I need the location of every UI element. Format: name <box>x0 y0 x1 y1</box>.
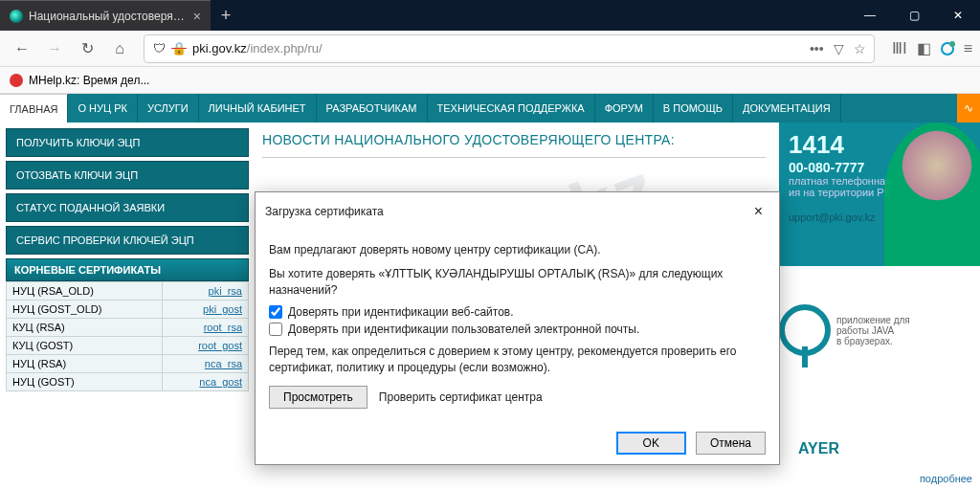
more-icon[interactable]: ••• <box>810 41 824 56</box>
table-row: НУЦ (GOST_OLD)pki_gost <box>7 301 249 319</box>
ncalayer-label: AYER <box>798 440 839 457</box>
bookmarks-bar: MHelp.kz: Время дел... <box>0 67 980 94</box>
table-row: НУЦ (RSA_OLD)pki_rsa <box>7 282 249 301</box>
support-email[interactable]: upport@pki.gov.kz <box>789 212 875 223</box>
browser-tab[interactable]: Национальный удостоверяющ × <box>0 0 211 31</box>
more-link[interactable]: подробнее <box>920 473 972 484</box>
cert-link[interactable]: root_rsa <box>204 322 242 333</box>
account-icon[interactable] <box>941 42 954 56</box>
table-row: КУЦ (RSA)root_rsa <box>7 319 249 337</box>
root-certs-header: КОРНЕВЫЕ СЕРТИФИКАТЫ <box>6 258 249 281</box>
library-icon[interactable]: ⅢⅠ <box>892 39 907 57</box>
menu-icon[interactable]: ≡ <box>964 40 972 57</box>
bookmark-item[interactable]: MHelp.kz: Время дел... <box>29 74 149 87</box>
close-tab-icon[interactable]: × <box>193 9 201 24</box>
certificate-trust-dialog: Загрузка сертификата × Вам предлагают до… <box>255 191 780 465</box>
window-controls: — ▢ ✕ <box>848 0 980 31</box>
cert-link[interactable]: pki_gost <box>203 303 242 315</box>
view-cert-button[interactable]: Просмотреть <box>269 386 368 409</box>
sidebar-status[interactable]: СТАТУС ПОДАННОЙ ЗАЯВКИ <box>6 193 249 222</box>
sidebar-revoke-keys[interactable]: ОТОЗВАТЬ КЛЮЧИ ЭЦП <box>6 161 249 189</box>
callcenter-box: 1414 00-080-7777 платная телефонная ия н… <box>779 122 980 266</box>
operator-image <box>884 122 980 266</box>
tab-title: Национальный удостоверяющ <box>29 10 186 23</box>
shield-icon: 🛡 <box>152 41 166 56</box>
trust-email-checkbox[interactable] <box>269 323 282 336</box>
nav-cabinet[interactable]: ЛИЧНЫЙ КАБИНЕТ <box>199 94 317 122</box>
cert-link[interactable]: nca_gost <box>199 376 242 388</box>
root-certs-table: НУЦ (RSA_OLD)pki_rsa НУЦ (GOST_OLD)pki_g… <box>6 281 249 391</box>
forward-button[interactable]: → <box>40 34 69 63</box>
table-row: НУЦ (GOST)nca_gost <box>7 373 249 391</box>
dialog-question: Вы хотите доверять «ҰЛТТЫҚ КУӘЛАНДЫРУШЫ … <box>269 266 766 299</box>
ncalayer-icon <box>779 304 831 356</box>
trust-email-label: Доверять при идентификации пользователей… <box>288 323 639 336</box>
browser-toolbar: ← → ↻ ⌂ 🛡 🔒 pki.gov.kz/index.php/ru/ •••… <box>0 31 980 67</box>
ok-button[interactable]: OK <box>616 432 686 455</box>
sidebar-get-keys[interactable]: ПОЛУЧИТЬ КЛЮЧИ ЭЦП <box>6 128 249 157</box>
bookmark-star-icon[interactable]: ☆ <box>854 41 866 56</box>
url-text: pki.gov.kz/index.php/ru/ <box>192 41 804 56</box>
sidebar-icon[interactable]: ◧ <box>917 39 931 57</box>
nav-support[interactable]: ТЕХНИЧЕСКАЯ ПОДДЕРЖКА <box>428 94 595 122</box>
nav-services[interactable]: УСЛУГИ <box>138 94 199 122</box>
back-button[interactable]: ← <box>8 34 36 63</box>
table-row: КУЦ (GOST)root_gost <box>7 337 249 355</box>
view-cert-label: Проверить сертификат центра <box>379 390 543 404</box>
close-window-button[interactable]: ✕ <box>936 0 980 31</box>
rss-icon[interactable]: ∿ <box>957 94 980 122</box>
insecure-lock-icon: 🔒 <box>171 41 187 56</box>
maximize-button[interactable]: ▢ <box>892 0 936 31</box>
site-top-nav: ГЛАВНАЯ О НУЦ РК УСЛУГИ ЛИЧНЫЙ КАБИНЕТ Р… <box>0 94 980 122</box>
dialog-close-button[interactable]: × <box>747 200 769 223</box>
nav-about[interactable]: О НУЦ РК <box>68 94 137 122</box>
news-heading: НОВОСТИ НАЦИОНАЛЬНОГО УДОСТОВЕРЯЮЩЕГО ЦЕ… <box>262 132 766 158</box>
new-tab-button[interactable]: + <box>211 6 241 26</box>
cert-link[interactable]: root_gost <box>198 340 242 351</box>
reader-icon[interactable]: ▽ <box>834 41 844 56</box>
ncalayer-block: приложение для работы JAVA в браузерах. <box>779 304 980 356</box>
home-button[interactable]: ⌂ <box>105 34 134 63</box>
table-row: НУЦ (RSA)nca_rsa <box>7 355 249 373</box>
sidebar-verify[interactable]: СЕРВИС ПРОВЕРКИ КЛЮЧЕЙ ЭЦП <box>6 226 249 255</box>
dialog-advice: Перед тем, как определиться с доверием к… <box>269 344 766 376</box>
nav-home[interactable]: ГЛАВНАЯ <box>0 94 68 122</box>
address-bar[interactable]: 🛡 🔒 pki.gov.kz/index.php/ru/ ••• ▽ ☆ <box>144 34 875 63</box>
trust-websites-label: Доверять при идентификации веб-сайтов. <box>288 305 514 319</box>
nav-docs[interactable]: ДОКУМЕНТАЦИЯ <box>733 94 841 122</box>
tab-favicon <box>10 10 23 23</box>
dialog-title: Загрузка сертификата <box>265 205 384 218</box>
right-sidebar: 1414 00-080-7777 платная телефонная ия н… <box>779 122 980 490</box>
window-titlebar: Национальный удостоверяющ × + — ▢ ✕ <box>0 0 980 31</box>
cert-link[interactable]: nca_rsa <box>205 358 242 369</box>
reload-button[interactable]: ↻ <box>73 34 101 63</box>
nav-developers[interactable]: РАЗРАБОТЧИКАМ <box>317 94 428 122</box>
minimize-button[interactable]: — <box>848 0 892 31</box>
cancel-button[interactable]: Отмена <box>696 432 766 455</box>
dialog-intro: Вам предлагают доверять новому центру се… <box>269 242 766 258</box>
nav-forum[interactable]: ФОРУМ <box>595 94 654 122</box>
cert-link[interactable]: pki_rsa <box>209 285 242 297</box>
nav-help[interactable]: В ПОМОЩЬ <box>654 94 733 122</box>
left-sidebar: ПОЛУЧИТЬ КЛЮЧИ ЭЦП ОТОЗВАТЬ КЛЮЧИ ЭЦП СТ… <box>0 122 249 490</box>
bookmark-favicon <box>10 74 23 87</box>
trust-websites-checkbox[interactable] <box>269 305 282 319</box>
